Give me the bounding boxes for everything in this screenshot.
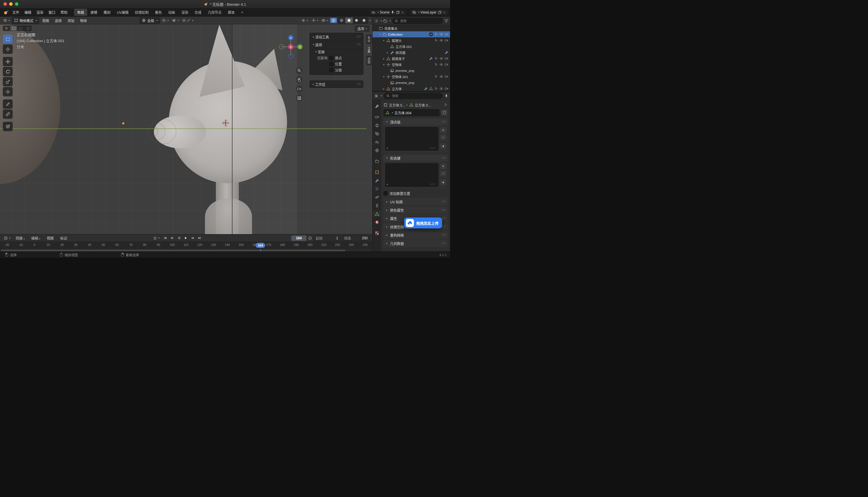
camera-icon[interactable] bbox=[445, 39, 448, 42]
move-tool-button[interactable] bbox=[3, 57, 13, 66]
wrench-icon[interactable] bbox=[429, 57, 433, 60]
grid-nav-button[interactable] bbox=[296, 95, 303, 101]
shape-keys-list[interactable]: ▸⠿⠿⠿ bbox=[385, 163, 438, 187]
pointer-icon[interactable] bbox=[434, 39, 438, 42]
outliner-row-狐狸身子[interactable]: ▸狐狸身子 bbox=[372, 55, 450, 61]
breadcrumb-object[interactable]: 立方体.0... bbox=[389, 102, 405, 108]
gizmo-neg-z-axis[interactable] bbox=[288, 54, 293, 59]
camera-icon[interactable] bbox=[445, 32, 448, 36]
affect-locations-checkbox[interactable] bbox=[329, 62, 333, 66]
jump-to-end-button[interactable] bbox=[197, 236, 202, 241]
circle-select-mode-button[interactable] bbox=[17, 26, 24, 31]
pointer-icon[interactable] bbox=[434, 32, 438, 36]
remove-shape-key-button[interactable]: − bbox=[440, 170, 447, 177]
outliner-editor-type-icon[interactable] bbox=[374, 19, 378, 23]
navigation-gizmo[interactable]: Z X Y bbox=[276, 34, 306, 60]
eye-icon[interactable] bbox=[439, 39, 443, 42]
panel-header-几何数据[interactable]: ▸几何数据⠿⠿ bbox=[383, 240, 448, 247]
gizmo-neg-y-axis[interactable] bbox=[279, 44, 284, 49]
zoom-nav-button[interactable] bbox=[296, 67, 303, 74]
add-workspace-button[interactable]: + bbox=[238, 9, 246, 15]
tweak-mode-button[interactable] bbox=[3, 26, 10, 31]
fake-user-button[interactable] bbox=[441, 109, 448, 116]
properties-tab-view-layer[interactable] bbox=[373, 130, 381, 137]
marker-menu[interactable]: 标记 bbox=[58, 235, 70, 241]
sidebar-tab-2[interactable]: 视图 bbox=[366, 56, 372, 65]
topbar-menu-0[interactable]: 文件 bbox=[10, 9, 22, 15]
blender-logo-icon[interactable] bbox=[3, 10, 9, 15]
close-window-button[interactable] bbox=[3, 2, 7, 6]
zoom-window-button[interactable] bbox=[15, 2, 18, 6]
viewlayer-selector[interactable]: ▾ ViewLayer × bbox=[410, 10, 448, 15]
panel-header-UV 贴图[interactable]: ▸UV 贴图⠿⠿ bbox=[383, 198, 448, 205]
outliner-row-场景集合[interactable]: 场景集合 bbox=[372, 25, 450, 31]
datablock-name-field[interactable]: ▾ 立方体.004 bbox=[383, 109, 439, 116]
breadcrumb-data[interactable]: 立方体.0... bbox=[415, 102, 431, 108]
properties-tab-particles[interactable] bbox=[373, 186, 381, 192]
outliner-row-立方体.001[interactable]: 立方体.001 bbox=[372, 43, 450, 49]
properties-tab-world[interactable] bbox=[373, 147, 381, 153]
topbar-menu-4[interactable]: 帮助 bbox=[58, 9, 70, 15]
workspace-tab-4[interactable]: 纹理绘制 bbox=[132, 9, 152, 16]
eye-icon[interactable] bbox=[439, 62, 443, 66]
properties-tab-output[interactable] bbox=[373, 122, 381, 128]
sidebar-tab-0[interactable]: 条目 bbox=[366, 34, 372, 44]
prev-keyframe-button[interactable] bbox=[170, 236, 175, 241]
shading-wireframe-button[interactable] bbox=[338, 17, 345, 23]
timeline-editor-type-button[interactable]: ▾ bbox=[2, 236, 12, 241]
scale-tool-button[interactable] bbox=[3, 77, 13, 86]
gizmo-z-axis[interactable]: Z bbox=[288, 35, 293, 40]
play-reverse-button[interactable] bbox=[176, 236, 182, 241]
gizmo-y-axis[interactable]: Y bbox=[297, 44, 303, 49]
properties-tab-collection[interactable] bbox=[373, 158, 381, 164]
next-keyframe-button[interactable] bbox=[190, 236, 195, 241]
filter-icon[interactable] bbox=[444, 19, 448, 23]
active-tool-panel-header[interactable]: ▸活动工具 ⠿⠿ bbox=[310, 33, 363, 41]
affect-origins-checkbox[interactable] bbox=[329, 56, 333, 60]
camera-icon[interactable] bbox=[445, 57, 448, 60]
pan-nav-button[interactable] bbox=[296, 76, 303, 83]
add-shape-key-button[interactable]: + bbox=[440, 163, 447, 170]
eye-icon[interactable] bbox=[439, 87, 443, 90]
properties-tab-tool[interactable] bbox=[373, 103, 381, 109]
properties-tab-object-data[interactable] bbox=[372, 211, 381, 217]
camera-icon[interactable] bbox=[445, 62, 448, 66]
outliner-search-input[interactable] bbox=[400, 19, 440, 23]
properties-tab-physics[interactable] bbox=[373, 194, 381, 200]
frame-start-field[interactable]: 起始1 bbox=[313, 235, 340, 241]
remove-vertex-group-button[interactable]: − bbox=[440, 134, 447, 141]
properties-tab-render[interactable] bbox=[373, 114, 381, 120]
pointer-icon[interactable] bbox=[434, 57, 438, 60]
mesh-green-icon[interactable] bbox=[429, 87, 433, 90]
visibility-button[interactable]: ▾ bbox=[300, 18, 309, 23]
eye-icon[interactable] bbox=[439, 75, 443, 79]
outliner-row-立方体[interactable]: ▸立方体 bbox=[372, 86, 450, 91]
wrench-icon[interactable] bbox=[424, 87, 428, 90]
viewport-menu-3[interactable]: 物体 bbox=[77, 17, 90, 24]
topbar-menu-3[interactable]: 窗口 bbox=[46, 9, 58, 15]
topbar-menu-1[interactable]: 编辑 bbox=[22, 9, 34, 15]
minimize-window-button[interactable] bbox=[9, 2, 13, 6]
box-select-mode-button[interactable] bbox=[10, 26, 17, 31]
copy-icon[interactable] bbox=[396, 10, 400, 14]
shape-keys-panel-header[interactable]: ▾形态键⠿⠿ bbox=[383, 155, 448, 161]
vertex-groups-panel-header[interactable]: ▾顶点组⠿⠿ bbox=[383, 118, 448, 125]
panel-header-颜色属性[interactable]: ▸颜色属性⠿⠿ bbox=[383, 206, 448, 214]
workspace-tab-8[interactable]: 合成 bbox=[191, 9, 205, 16]
shading-material-button[interactable] bbox=[353, 17, 360, 23]
gizmos-button[interactable]: ▾ bbox=[310, 18, 320, 23]
measure-tool-button[interactable] bbox=[3, 110, 13, 119]
frame-end-field[interactable]: 结束250 bbox=[342, 235, 370, 241]
pointer-icon[interactable] bbox=[434, 62, 438, 66]
pointer-icon[interactable] bbox=[434, 75, 438, 79]
auto-keying-toggle[interactable]: ▾ bbox=[151, 236, 161, 241]
tool-options-button[interactable]: 选项▾ bbox=[355, 26, 369, 32]
properties-tab-texture[interactable] bbox=[373, 230, 381, 236]
jump-to-start-button[interactable] bbox=[162, 236, 168, 241]
cursor-tool-button[interactable] bbox=[3, 44, 13, 54]
shading-solid-button[interactable] bbox=[345, 17, 353, 23]
proportional-editing-button[interactable]: ▾ bbox=[180, 18, 195, 23]
unlink-scene-icon[interactable]: × bbox=[401, 11, 404, 14]
scene-selector[interactable]: ▾ Scene × bbox=[369, 10, 406, 15]
play-button[interactable] bbox=[183, 236, 189, 241]
